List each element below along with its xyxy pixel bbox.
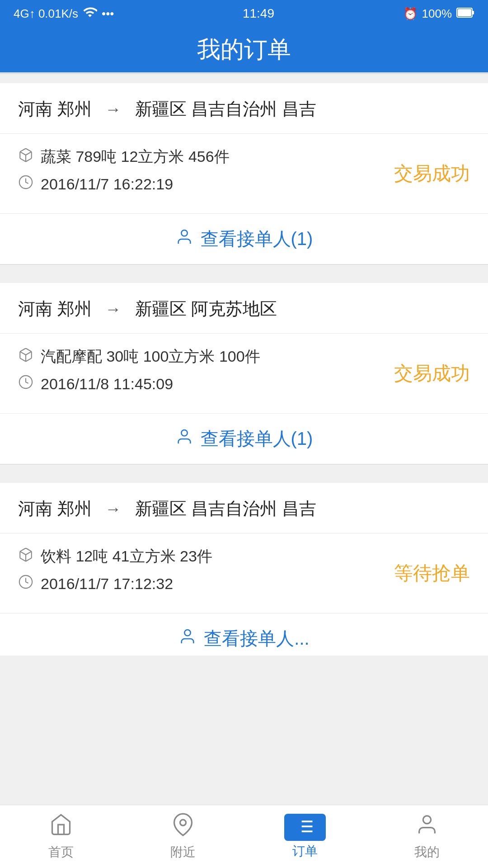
to-city-2: 新疆区 阿克苏地区	[135, 297, 277, 321]
orders-content: 河南 郑州 → 新疆区 昌吉自治州 昌吉 蔬菜 789吨 12立方米 456件	[0, 74, 488, 807]
page-header: 我的订单	[0, 27, 488, 72]
nav-label-orders: 订单	[292, 843, 318, 860]
nav-item-nearby[interactable]: 附近	[122, 805, 244, 868]
view-receiver-text-1: 查看接单人(1)	[201, 226, 313, 251]
orders-icon-bg	[284, 814, 326, 841]
dots-text: •••	[102, 7, 114, 21]
svg-rect-1	[472, 11, 474, 14]
spacer-3	[0, 474, 488, 483]
view-receiver-text-2: 查看接单人(1)	[201, 426, 313, 451]
nav-item-home[interactable]: 首页	[0, 805, 122, 868]
status-badge-3: 等待抢单	[394, 561, 470, 586]
home-icon	[49, 813, 73, 840]
status-time: 11:49	[243, 6, 274, 21]
arrow-icon-3: →	[105, 500, 122, 519]
goods-text-2: 汽配摩配 30吨 100立方米 100件	[41, 346, 260, 367]
person-icon-3	[178, 627, 197, 650]
box-icon-1	[18, 147, 33, 166]
to-city-1: 新疆区 昌吉自治州 昌吉	[135, 98, 316, 121]
arrow-icon-2: →	[105, 300, 122, 319]
status-right: ⏰ 100%	[403, 7, 475, 21]
status-bar: 4G↑ 0.01K/s ••• 11:49 ⏰ 100%	[0, 0, 488, 27]
status-left: 4G↑ 0.01K/s •••	[14, 5, 114, 23]
view-receiver-row-3[interactable]: 查看接单人...	[0, 613, 488, 656]
datetime-text-2: 2016/11/8 11:45:09	[41, 375, 173, 393]
mine-icon	[415, 813, 439, 840]
clock-icon-3	[18, 574, 33, 593]
from-city-3: 河南 郑州	[18, 497, 92, 520]
from-city-2: 河南 郑州	[18, 297, 92, 321]
from-city-1: 河南 郑州	[18, 98, 92, 121]
datetime-text-1: 2016/11/7 16:22:19	[41, 175, 173, 193]
nearby-icon	[171, 813, 195, 840]
battery-icon	[456, 7, 474, 21]
clock-icon-1	[18, 175, 33, 193]
svg-point-11	[185, 630, 191, 636]
svg-point-12	[180, 820, 186, 826]
nav-label-mine: 我的	[414, 844, 440, 861]
bottom-nav: 首页 附近 订单	[0, 805, 488, 868]
svg-point-8	[181, 430, 187, 436]
spacer-1	[0, 74, 488, 83]
route-row-3: 河南 郑州 → 新疆区 昌吉自治州 昌吉	[0, 483, 488, 533]
nav-label-nearby: 附近	[170, 844, 196, 861]
route-row-1: 河南 郑州 → 新疆区 昌吉自治州 昌吉	[0, 83, 488, 134]
box-icon-2	[18, 347, 33, 366]
svg-point-5	[181, 230, 187, 236]
wifi-icon	[83, 5, 97, 23]
page-title: 我的订单	[197, 34, 291, 66]
view-receiver-row-2[interactable]: 查看接单人(1)	[0, 414, 488, 465]
svg-point-19	[423, 816, 431, 823]
goods-text-1: 蔬菜 789吨 12立方米 456件	[41, 146, 230, 167]
nav-item-mine[interactable]: 我的	[366, 805, 488, 868]
arrow-icon-1: →	[105, 100, 122, 119]
to-city-3: 新疆区 昌吉自治州 昌吉	[135, 497, 316, 520]
goods-text-3: 饮料 12吨 41立方米 23件	[41, 546, 212, 567]
spacer-2	[0, 274, 488, 283]
person-icon-1	[175, 228, 193, 250]
clock-icon-2	[18, 374, 33, 393]
signal-text: 4G↑ 0.01K/s	[14, 7, 78, 21]
alarm-icon: ⏰	[403, 7, 418, 21]
info-section-1: 蔬菜 789吨 12立方米 456件 2016/11/7 16:22:19 交易…	[0, 134, 488, 214]
datetime-text-3: 2016/11/7 17:12:32	[41, 575, 173, 593]
status-badge-2: 交易成功	[394, 361, 470, 386]
battery-text: 100%	[422, 7, 452, 21]
info-section-3: 饮料 12吨 41立方米 23件 2016/11/7 17:12:32 等待抢单	[0, 533, 488, 613]
route-row-2: 河南 郑州 → 新疆区 阿克苏地区	[0, 283, 488, 334]
nav-item-orders[interactable]: 订单	[244, 805, 366, 868]
svg-rect-2	[458, 9, 471, 16]
nav-label-home: 首页	[48, 844, 74, 861]
status-badge-1: 交易成功	[394, 161, 470, 186]
view-receiver-text-3: 查看接单人...	[204, 626, 309, 651]
order-card-2: 河南 郑州 → 新疆区 阿克苏地区 汽配摩配 30吨 100立方米 100件	[0, 283, 488, 465]
info-section-2: 汽配摩配 30吨 100立方米 100件 2016/11/8 11:45:09 …	[0, 334, 488, 414]
order-card-3: 河南 郑州 → 新疆区 昌吉自治州 昌吉 饮料 12吨 41立方米 23件	[0, 483, 488, 656]
order-card-1: 河南 郑州 → 新疆区 昌吉自治州 昌吉 蔬菜 789吨 12立方米 456件	[0, 83, 488, 265]
box-icon-3	[18, 547, 33, 566]
view-receiver-row-1[interactable]: 查看接单人(1)	[0, 214, 488, 265]
person-icon-2	[175, 428, 193, 450]
